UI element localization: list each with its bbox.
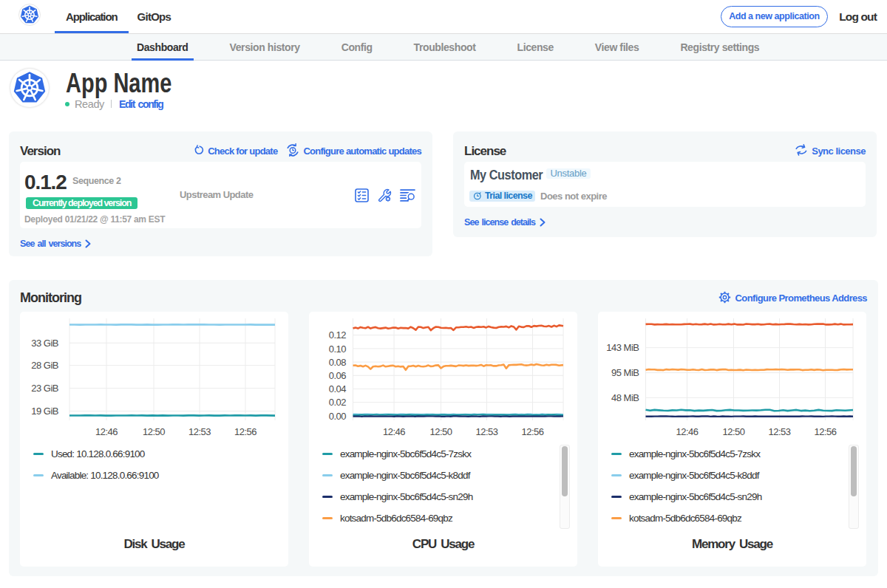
svg-text:33 GiB: 33 GiB [31, 338, 58, 349]
svg-text:19 GiB: 19 GiB [31, 406, 58, 417]
svg-text:12:56: 12:56 [521, 426, 543, 437]
svg-text:0.10: 0.10 [329, 343, 347, 355]
svg-text:12:46: 12:46 [383, 426, 405, 437]
svg-text:12:50: 12:50 [722, 426, 744, 437]
svg-text:0.00: 0.00 [329, 411, 347, 422]
svg-text:28 GiB: 28 GiB [31, 360, 58, 371]
svg-text:95 MiB: 95 MiB [611, 367, 639, 378]
svg-text:12:50: 12:50 [143, 426, 165, 437]
svg-text:0.12: 0.12 [329, 329, 347, 341]
svg-text:12:50: 12:50 [429, 426, 452, 437]
svg-text:0.04: 0.04 [329, 383, 347, 394]
svg-text:12:56: 12:56 [814, 426, 836, 437]
svg-text:12:46: 12:46 [676, 426, 698, 437]
svg-text:0.02: 0.02 [329, 397, 347, 408]
svg-text:12:53: 12:53 [768, 426, 790, 437]
svg-text:12:56: 12:56 [234, 426, 256, 437]
svg-text:23 GiB: 23 GiB [31, 383, 58, 394]
svg-text:0.08: 0.08 [329, 357, 347, 368]
svg-text:12:53: 12:53 [188, 426, 211, 437]
svg-text:143 MiB: 143 MiB [606, 342, 639, 353]
svg-text:12:46: 12:46 [95, 426, 118, 437]
svg-text:48 MiB: 48 MiB [611, 392, 639, 403]
svg-text:0.06: 0.06 [329, 370, 347, 381]
svg-text:12:53: 12:53 [475, 426, 497, 437]
